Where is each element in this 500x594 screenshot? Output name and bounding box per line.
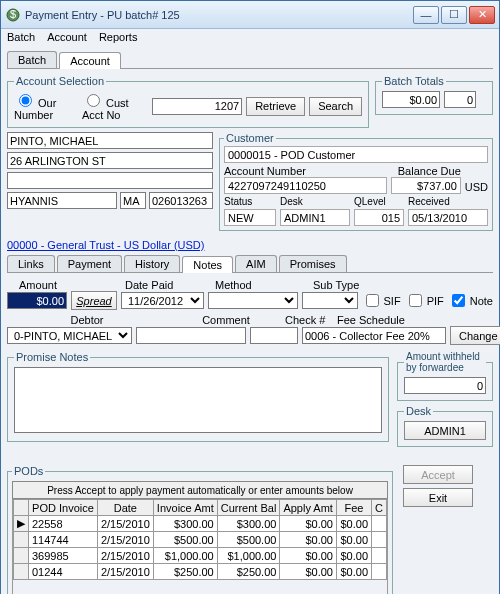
menu-account[interactable]: Account bbox=[47, 31, 87, 45]
close-button[interactable]: ✕ bbox=[469, 6, 495, 24]
desk-value: ADMIN1 bbox=[280, 209, 350, 226]
account-number-input[interactable] bbox=[152, 98, 242, 115]
tab-links[interactable]: Links bbox=[7, 255, 55, 272]
col-c[interactable]: C bbox=[372, 500, 387, 516]
sif-checkbox[interactable] bbox=[366, 294, 379, 307]
addr-name[interactable] bbox=[7, 132, 213, 149]
pods-table: POD Invoice Date Invoice Amt Current Bal… bbox=[13, 499, 387, 580]
qlevel-header: QLevel bbox=[354, 196, 404, 207]
change-button[interactable]: Change bbox=[450, 326, 500, 345]
check-input[interactable] bbox=[250, 327, 298, 344]
batch-totals-legend: Batch Totals bbox=[382, 75, 446, 87]
addr-city[interactable] bbox=[7, 192, 117, 209]
col-date[interactable]: Date bbox=[97, 500, 153, 516]
desk-legend: Desk bbox=[404, 405, 433, 417]
col-curbal[interactable]: Current Bal bbox=[217, 500, 280, 516]
customer-block: Customer 0000015 - POD Customer Account … bbox=[219, 132, 493, 235]
addr-line3[interactable] bbox=[7, 172, 213, 189]
amount-withheld-input[interactable] bbox=[404, 377, 486, 394]
menu-reports[interactable]: Reports bbox=[99, 31, 138, 45]
maximize-button[interactable]: ☐ bbox=[441, 6, 467, 24]
titlebar[interactable]: $ Payment Entry - PU batch# 125 — ☐ ✕ bbox=[1, 1, 499, 29]
addr-street[interactable] bbox=[7, 152, 213, 169]
col-invoice[interactable]: POD Invoice bbox=[29, 500, 98, 516]
addr-state[interactable] bbox=[120, 192, 146, 209]
address-block bbox=[7, 132, 213, 212]
pods-legend: PODs bbox=[12, 465, 45, 477]
client-area: Batch Account Account Selection Our Numb… bbox=[1, 47, 499, 594]
note-label: Note bbox=[470, 295, 493, 307]
status-value: NEW bbox=[224, 209, 276, 226]
balance-due-value: $737.00 bbox=[391, 177, 461, 194]
received-value: 05/13/2010 bbox=[408, 209, 488, 226]
received-header: Received bbox=[408, 196, 488, 207]
window-title: Payment Entry - PU batch# 125 bbox=[25, 9, 411, 21]
comment-input[interactable] bbox=[136, 327, 246, 344]
acct-num-value: 4227097249110250 bbox=[224, 177, 387, 194]
minimize-button[interactable]: — bbox=[413, 6, 439, 24]
debtor-select[interactable]: 0-PINTO, MICHAEL bbox=[7, 327, 132, 344]
table-row[interactable]: ▶ 225582/15/2010 $300.00$300.00 $0.00$0.… bbox=[14, 516, 387, 532]
col-invamt[interactable]: Invoice Amt bbox=[153, 500, 217, 516]
spread-button[interactable]: Spread bbox=[71, 291, 117, 310]
batch-totals-group: Batch Totals bbox=[375, 75, 493, 115]
batch-total-count[interactable] bbox=[444, 91, 476, 108]
accept-button[interactable]: Accept bbox=[403, 465, 473, 484]
col-fee[interactable]: Fee bbox=[336, 500, 371, 516]
tab-notes[interactable]: Notes bbox=[182, 256, 233, 273]
radio-our-number[interactable] bbox=[19, 94, 32, 107]
note-checkbox[interactable] bbox=[452, 294, 465, 307]
desk-button[interactable]: ADMIN1 bbox=[404, 421, 486, 440]
desk-group: Desk ADMIN1 bbox=[397, 405, 493, 447]
scheme-link[interactable]: 00000 - General Trust - US Dollar (USD) bbox=[7, 239, 493, 251]
tab-aim[interactable]: AIM bbox=[235, 255, 277, 272]
window: $ Payment Entry - PU batch# 125 — ☐ ✕ Ba… bbox=[0, 0, 500, 594]
svg-text:$: $ bbox=[10, 8, 16, 20]
method-label: Method bbox=[215, 279, 309, 291]
sif-label: SIF bbox=[384, 295, 401, 307]
pif-checkbox[interactable] bbox=[409, 294, 422, 307]
tab-payment[interactable]: Payment bbox=[57, 255, 122, 272]
debtor-label: Debtor bbox=[7, 314, 167, 326]
menubar: Batch Account Reports bbox=[1, 29, 499, 47]
table-row[interactable]: 3699852/15/2010 $1,000.00$1,000.00 $0.00… bbox=[14, 548, 387, 564]
col-applyamt[interactable]: Apply Amt bbox=[280, 500, 337, 516]
table-row[interactable]: 012442/15/2010 $250.00$250.00 $0.00$0.00 bbox=[14, 564, 387, 580]
subtype-label: Sub Type bbox=[313, 279, 371, 291]
tab-batch[interactable]: Batch bbox=[7, 51, 57, 68]
date-paid-select[interactable]: 11/26/2012 bbox=[121, 292, 204, 309]
method-select[interactable] bbox=[208, 292, 298, 309]
account-selection-legend: Account Selection bbox=[14, 75, 106, 87]
amount-label: Amount bbox=[7, 279, 69, 291]
currency-label: USD bbox=[465, 181, 488, 194]
addr-zip[interactable] bbox=[149, 192, 213, 209]
table-row[interactable]: 1147442/15/2010 $500.00$500.00 $0.00$0.0… bbox=[14, 532, 387, 548]
exit-button[interactable]: Exit bbox=[403, 488, 473, 507]
menu-batch[interactable]: Batch bbox=[7, 31, 35, 45]
customer-legend: Customer bbox=[224, 132, 276, 144]
status-header: Status bbox=[224, 196, 276, 207]
amount-input[interactable] bbox=[7, 292, 67, 309]
search-button[interactable]: Search bbox=[309, 97, 362, 116]
qlevel-value: 015 bbox=[354, 209, 404, 226]
amount-withheld-legend: Amount withheld by forwardee bbox=[404, 351, 486, 373]
pif-label: PIF bbox=[427, 295, 444, 307]
pods-instruction: Press Accept to apply payment automatica… bbox=[12, 481, 388, 499]
retrieve-button[interactable]: Retrieve bbox=[246, 97, 305, 116]
radio-cust-acct-no[interactable] bbox=[87, 94, 100, 107]
fee-schedule-label: Fee Schedule bbox=[337, 314, 493, 326]
comment-label: Comment bbox=[171, 314, 281, 326]
payment-tabs: Links Payment History Notes AIM Promises bbox=[7, 255, 493, 273]
promise-notes-textarea[interactable] bbox=[14, 367, 382, 433]
tab-account[interactable]: Account bbox=[59, 52, 121, 69]
amount-withheld-group: Amount withheld by forwardee bbox=[397, 351, 493, 401]
balance-due-label: Balance Due bbox=[391, 165, 461, 177]
fee-schedule-input[interactable] bbox=[302, 327, 446, 344]
pods-group: PODs Press Accept to apply payment autom… bbox=[7, 465, 393, 594]
tab-history[interactable]: History bbox=[124, 255, 180, 272]
check-label: Check # bbox=[285, 314, 333, 326]
customer-value: 0000015 - POD Customer bbox=[224, 146, 488, 163]
batch-total-amount[interactable] bbox=[382, 91, 440, 108]
subtype-select[interactable] bbox=[302, 292, 358, 309]
tab-promises[interactable]: Promises bbox=[279, 255, 347, 272]
